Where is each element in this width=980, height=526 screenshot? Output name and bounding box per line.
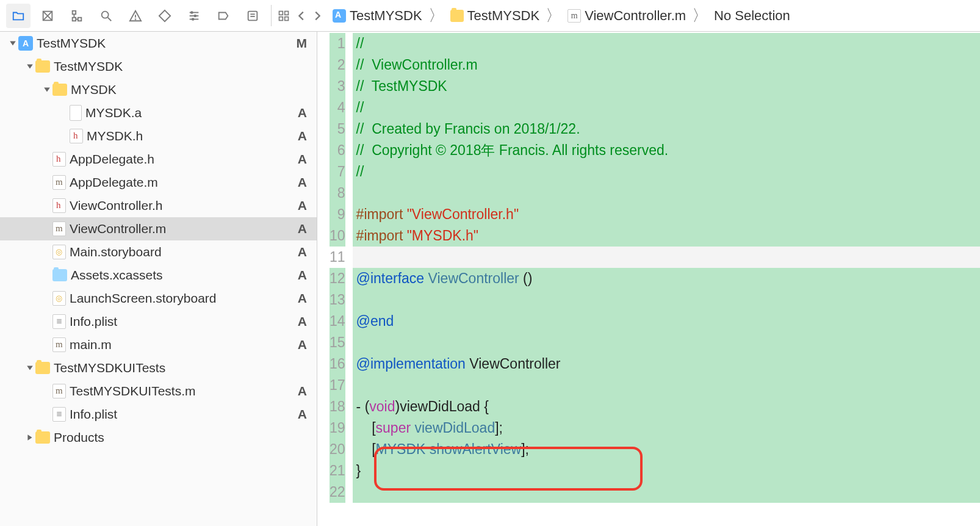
tree-row[interactable]: TestMYSDKM [0, 32, 317, 55]
tree-row[interactable]: MYSDK.hA [0, 124, 317, 148]
line-number[interactable]: 6 [330, 140, 345, 161]
code-line[interactable]: // TestMYSDK [353, 76, 980, 97]
line-number[interactable]: 8 [330, 182, 345, 204]
tree-row[interactable]: AppDelegate.hA [0, 148, 317, 171]
code-line[interactable]: @implementation ViewController [353, 353, 980, 375]
tree-row[interactable]: TestMYSDKUITests [0, 356, 317, 380]
file-plist-icon [52, 407, 66, 422]
scm-status-badge: A [298, 291, 307, 306]
code-line[interactable]: // [353, 161, 980, 182]
tree-row[interactable]: AppDelegate.mA [0, 171, 317, 194]
line-number[interactable]: 21 [330, 460, 345, 481]
tree-row[interactable]: Assets.xcassetsA [0, 264, 317, 287]
file-plist-icon [52, 314, 66, 329]
tree-row[interactable]: Info.plistA [0, 403, 317, 426]
svg-rect-24 [285, 16, 289, 20]
code-area[interactable]: //// ViewController.m// TestMYSDK//// Cr… [353, 32, 980, 526]
line-number[interactable]: 5 [330, 118, 345, 140]
line-number[interactable]: 14 [330, 311, 345, 332]
line-number[interactable]: 20 [330, 439, 345, 460]
code-line[interactable] [353, 289, 980, 311]
scm-status-badge: A [298, 106, 307, 120]
code-line[interactable]: // Copyright © 2018年 Francis. All rights… [353, 140, 980, 161]
tree-row[interactable]: LaunchScreen.storyboardA [0, 287, 317, 310]
line-number[interactable]: 18 [330, 396, 345, 417]
code-line[interactable]: // [353, 33, 980, 54]
code-line[interactable]: @end [353, 311, 980, 332]
line-number[interactable]: 10 [330, 225, 345, 247]
code-line[interactable]: [MYSDK showAlertView]; [353, 439, 980, 460]
code-line[interactable]: [super viewDidLoad]; [353, 417, 980, 439]
scm-status-badge: A [298, 268, 307, 283]
line-number[interactable]: 9 [330, 204, 345, 225]
breadcrumb-project[interactable]: TestMYSDK [333, 8, 422, 24]
breakpoint-navigator-tab[interactable] [211, 4, 236, 28]
breadcrumb-file[interactable]: mViewController.m [567, 8, 686, 24]
code-line[interactable]: } [353, 460, 980, 481]
tree-row[interactable]: Main.storyboardA [0, 240, 317, 264]
code-line[interactable] [353, 332, 980, 353]
symbol-navigator-tab[interactable] [65, 4, 89, 28]
disclosure-triangle[interactable] [41, 86, 52, 93]
tree-row-label: Info.plist [70, 314, 298, 329]
code-line[interactable]: #import "MYSDK.h" [353, 225, 980, 247]
go-back-icon[interactable] [295, 9, 308, 23]
line-number[interactable]: 13 [330, 289, 345, 311]
test-navigator-tab[interactable] [153, 4, 177, 28]
line-number[interactable]: 19 [330, 417, 345, 439]
svg-marker-27 [44, 87, 50, 92]
disclosure-triangle[interactable] [24, 63, 35, 70]
tree-row[interactable]: ViewController.hA [0, 194, 317, 217]
disclosure-triangle[interactable] [24, 364, 35, 372]
project-navigator-tab[interactable] [6, 4, 31, 28]
line-number[interactable]: 12 [330, 268, 345, 289]
line-number[interactable]: 1 [330, 33, 345, 54]
code-line[interactable]: // [353, 97, 980, 118]
svg-point-16 [194, 15, 196, 16]
tree-row[interactable]: TestMYSDKUITests.mA [0, 380, 317, 403]
tree-row[interactable]: Products [0, 426, 317, 449]
tree-row[interactable]: main.mA [0, 333, 317, 356]
tree-row[interactable]: MYSDK [0, 78, 317, 101]
code-line[interactable]: // Created by Francis on 2018/1/22. [353, 118, 980, 140]
line-number[interactable]: 7 [330, 161, 345, 182]
code-line[interactable]: - (void)viewDidLoad { [353, 396, 980, 417]
code-line[interactable]: @interface ViewController () [353, 268, 980, 289]
code-line[interactable] [353, 182, 980, 204]
line-number[interactable]: 16 [330, 353, 345, 375]
svg-rect-23 [279, 16, 283, 20]
code-line[interactable] [353, 481, 980, 503]
line-number[interactable]: 15 [330, 332, 345, 353]
issue-navigator-tab[interactable] [123, 4, 148, 28]
project-navigator[interactable]: TestMYSDKMTestMYSDKMYSDKMYSDK.aAMYSDK.hA… [0, 32, 317, 526]
report-navigator-tab[interactable] [240, 4, 265, 28]
source-editor[interactable]: 12345678910111213141516171819202122 ////… [317, 32, 980, 526]
line-number[interactable]: 22 [330, 481, 345, 503]
code-line[interactable] [353, 375, 980, 396]
file-h-icon [70, 129, 83, 143]
line-number-gutter[interactable]: 12345678910111213141516171819202122 [317, 32, 353, 526]
line-number[interactable]: 4 [330, 97, 345, 118]
code-line[interactable]: #import "ViewController.h" [353, 204, 980, 225]
disclosure-triangle[interactable] [24, 434, 35, 441]
tree-row[interactable]: TestMYSDK [0, 55, 317, 78]
line-number[interactable]: 3 [330, 76, 345, 97]
code-line[interactable]: // ViewController.m [353, 54, 980, 76]
tree-row[interactable]: MYSDK.aA [0, 101, 317, 124]
related-items-icon[interactable] [278, 10, 290, 22]
breadcrumb-folder[interactable]: TestMYSDK [450, 8, 540, 24]
tree-row[interactable]: Info.plistA [0, 310, 317, 333]
tree-row-label: TestMYSDK [54, 59, 307, 74]
line-number[interactable]: 2 [330, 54, 345, 76]
breadcrumb-selection[interactable]: No Selection [714, 8, 790, 24]
debug-navigator-tab[interactable] [182, 4, 206, 28]
source-control-navigator-tab[interactable] [35, 4, 60, 28]
find-navigator-tab[interactable] [94, 4, 118, 28]
line-number[interactable]: 11 [330, 247, 345, 268]
line-number[interactable]: 17 [330, 375, 345, 396]
go-forward-icon[interactable] [311, 9, 324, 23]
svg-point-11 [135, 19, 136, 20]
code-line[interactable] [353, 247, 980, 268]
disclosure-triangle[interactable] [7, 40, 18, 47]
tree-row[interactable]: ViewController.mA [0, 217, 317, 240]
